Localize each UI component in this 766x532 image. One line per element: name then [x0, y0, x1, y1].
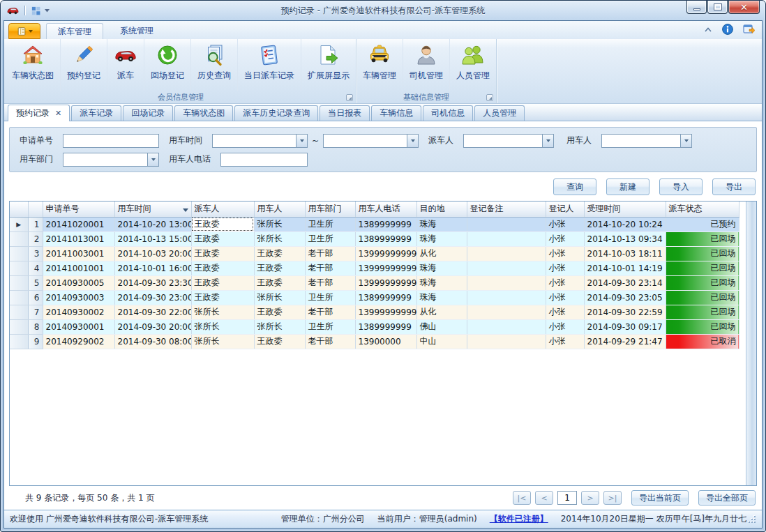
grid-cell[interactable] [467, 334, 546, 349]
prev-page-button[interactable]: < [535, 491, 553, 505]
grid-cell[interactable]: 张所长 [254, 217, 305, 231]
chevron-down-icon[interactable] [296, 134, 308, 148]
grid-cell[interactable]: 20140929002 [43, 334, 114, 349]
use-time-from-combo[interactable] [212, 134, 308, 148]
grid-cell[interactable]: 王政委 [191, 246, 254, 261]
grid-cell[interactable]: 2014-09-30 20:00 [114, 319, 191, 334]
resize-grip[interactable] [748, 515, 756, 524]
grid-cell[interactable]: 小张 [546, 261, 584, 275]
grid-cell[interactable]: 2014-10-20 13:00 [114, 217, 191, 231]
grid-cell[interactable]: 王政委 [191, 290, 254, 305]
grid-cell[interactable]: 小张 [546, 217, 584, 231]
grid-cell[interactable]: 佛山 [416, 319, 467, 334]
row-number[interactable]: 6 [28, 290, 43, 305]
grid-cell[interactable]: 2014-09-29 21:47 [584, 334, 666, 349]
grid-cell[interactable]: 13999999999 [355, 305, 416, 319]
grid-cell[interactable]: 张所长 [191, 334, 254, 349]
grid-cell[interactable]: 老干部 [305, 246, 355, 261]
grid-cell[interactable]: 卫生所 [305, 231, 355, 246]
use-time-to-combo[interactable] [323, 134, 419, 148]
grid-cell[interactable]: 珠海 [416, 231, 467, 246]
grid-cell[interactable]: 小张 [546, 231, 584, 246]
grid-cell[interactable] [467, 275, 546, 290]
grid-cell[interactable]: 卫生所 [305, 319, 355, 334]
row-number[interactable]: 7 [28, 305, 43, 319]
driver-manage-button[interactable]: 司机管理 [403, 39, 450, 91]
doc-tab-dispatch-records[interactable]: 派车记录 [71, 105, 121, 121]
grid-cell[interactable]: 13900000 [355, 334, 416, 349]
grid-cell[interactable]: 2014-10-01 16:00 [114, 261, 191, 275]
grid-cell[interactable] [467, 231, 546, 246]
layout-icon[interactable] [31, 6, 41, 16]
export-current-page-button[interactable]: 导出当前页 [631, 490, 689, 506]
minimize-button[interactable] [686, 1, 707, 14]
vehicle-manage-button[interactable]: 车辆管理 [356, 39, 403, 91]
chevron-down-icon[interactable] [542, 134, 554, 148]
grid-cell[interactable]: 已回场 [666, 305, 739, 319]
grid-cell[interactable]: 已取消 [666, 334, 739, 349]
dispatch-button[interactable]: 派车 [107, 39, 144, 91]
grid-cell[interactable]: 张所长 [254, 290, 305, 305]
user-combo[interactable] [601, 134, 692, 148]
header-phone[interactable]: 用车人电话 [355, 202, 416, 217]
registered-link[interactable]: 【软件已注册】 [490, 513, 548, 525]
row-number[interactable]: 2 [28, 231, 43, 246]
grid-cell[interactable]: 1389999999 [355, 217, 416, 231]
header-accept-time[interactable]: 受理时间 [584, 202, 666, 217]
grid-cell[interactable]: 老干部 [305, 261, 355, 275]
page-number-input[interactable] [557, 491, 577, 505]
grid-cell[interactable]: 20141001001 [43, 261, 114, 275]
collapse-ribbon-icon[interactable] [704, 26, 712, 32]
grid-cell[interactable]: 卫生所 [305, 217, 355, 231]
grid-cell[interactable]: 卫生所 [305, 290, 355, 305]
close-tab-icon[interactable]: ✕ [55, 109, 61, 118]
header-remark[interactable]: 登记备注 [467, 202, 546, 217]
row-indicator[interactable] [10, 319, 28, 334]
grid-cell[interactable]: 中山 [416, 334, 467, 349]
dialog-launcher-icon[interactable] [486, 94, 493, 101]
row-number[interactable]: 9 [28, 334, 43, 349]
app-car-icon[interactable] [7, 6, 19, 15]
row-indicator[interactable] [10, 261, 28, 275]
grid-cell[interactable]: 2014-09-30 08:00 [114, 334, 191, 349]
grid-cell[interactable]: 20141013001 [43, 231, 114, 246]
grid-cell[interactable]: 1389999999 [355, 231, 416, 246]
grid-cell[interactable]: 珠海 [416, 217, 467, 231]
row-indicator[interactable] [10, 290, 28, 305]
grid-cell[interactable]: 已回场 [666, 246, 739, 261]
header-user[interactable]: 用车人 [254, 202, 305, 217]
return-register-button[interactable]: 回场登记 [144, 39, 191, 91]
header-request-no[interactable]: 申请单号 [43, 202, 114, 217]
grid-cell[interactable]: 2014-10-01 14:19 [584, 261, 666, 275]
grid-cell[interactable]: 2014-09-30 23:05 [584, 290, 666, 305]
reservation-register-button[interactable]: 预约登记 [61, 39, 107, 91]
grid-cell[interactable]: 已回场 [666, 275, 739, 290]
history-query-button[interactable]: 历史查询 [191, 39, 238, 91]
header-registrar[interactable]: 登记人 [546, 202, 584, 217]
today-dispatch-records-button[interactable]: 当日派车记录 [238, 39, 301, 91]
grid-cell[interactable] [467, 217, 546, 231]
grid-cell[interactable]: 张所长 [254, 231, 305, 246]
header-dispatcher[interactable]: 派车人 [191, 202, 254, 217]
department-combo[interactable] [63, 153, 159, 167]
header-use-time[interactable]: 用车时间 [114, 202, 191, 217]
personnel-manage-button[interactable]: 人员管理 [450, 39, 496, 91]
row-indicator[interactable] [10, 231, 28, 246]
grid-cell[interactable]: 13999999999 [355, 275, 416, 290]
grid-cell[interactable]: 已回场 [666, 231, 739, 246]
info-icon[interactable] [722, 24, 733, 35]
next-page-button[interactable]: > [581, 491, 599, 505]
grid-cell[interactable]: 从化 [416, 305, 467, 319]
grid-cell[interactable] [467, 261, 546, 275]
grid-cell[interactable]: 小张 [546, 246, 584, 261]
request-no-input[interactable] [63, 134, 159, 148]
grid-cell[interactable]: 20140930005 [43, 275, 114, 290]
grid-cell[interactable]: 2014-10-03 20:00 [114, 246, 191, 261]
import-button[interactable]: 导入 [659, 178, 703, 195]
grid-cell[interactable]: 2014-10-03 18:11 [584, 246, 666, 261]
grid-cell[interactable] [467, 319, 546, 334]
row-indicator[interactable] [10, 305, 28, 319]
grid-cell[interactable]: 2014-09-30 22:59 [584, 305, 666, 319]
grid-cell[interactable]: 珠海 [416, 290, 467, 305]
grid-cell[interactable]: 小张 [546, 334, 584, 349]
